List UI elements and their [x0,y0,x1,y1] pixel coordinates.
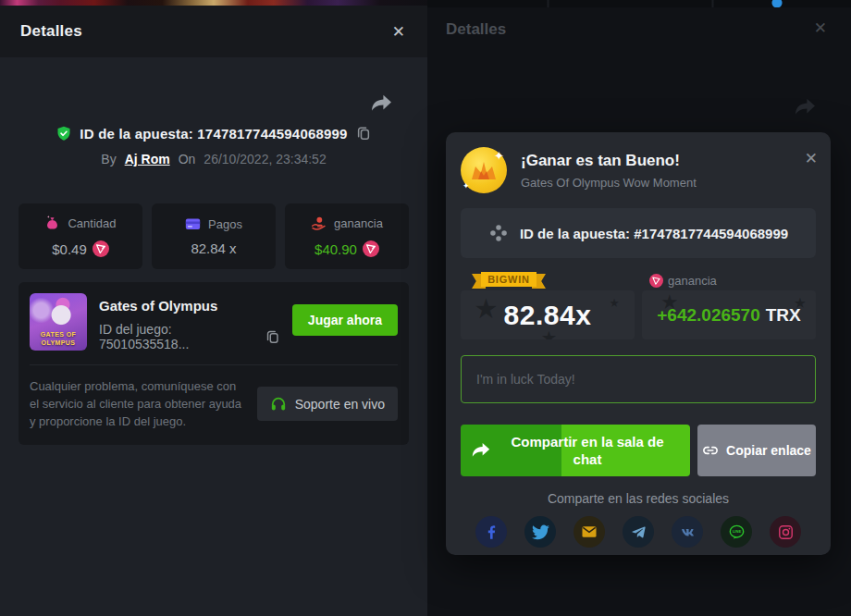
sparkle-icon: ✦ [494,149,504,163]
left-panel-header: Detalles ✕ [0,6,427,57]
stat-label: ganancia [334,216,383,230]
svg-text:LINE: LINE [732,529,740,534]
share-icon [472,442,490,459]
hand-coin-icon [311,216,327,231]
game-id-label: ID del juego: 75010535518... [99,322,260,351]
background-page-strip [427,0,851,7]
link-icon [702,442,719,459]
trx-coin-icon [92,240,109,257]
support-text: Cualquier problema, comuníquese con el s… [30,377,244,430]
stat-card-payout: Pagos 82.84 x [152,203,276,269]
stat-card-profit: ganancia $40.90 [285,203,409,269]
star-decoration: ★ [609,296,620,310]
headset-icon [270,396,287,412]
share-icon [795,98,816,117]
by-label: By [101,152,116,166]
share-to-chat-label: Compartir en la sala de chat [498,433,677,468]
multiplier-box: ★ ★ ★ 82.84x [461,290,635,339]
win-amount: +642.026570 [657,305,759,325]
bigwin-label: BIGWIN [481,272,536,287]
stat-value: $0.49 [52,241,87,257]
bet-details-panel: Detalles ✕ ID de la apuesta: 17478177445… [0,0,427,616]
instagram-icon[interactable] [770,516,801,548]
social-icons-row: LINE [461,516,816,548]
dice-dots-icon [488,223,509,243]
sparkle-icon: ✦ [462,181,470,191]
twitter-icon[interactable] [524,516,556,548]
game-thumbnail[interactable]: GATES OF OLYMPUS [30,293,87,351]
trx-coin-icon [363,240,379,257]
live-support-button[interactable]: Soporte en vivo [257,387,398,421]
stat-card-amount: Cantidad $0.49 [18,203,142,269]
bet-stats-row: Cantidad $0.49 [18,203,409,269]
win-currency: TRX [766,305,801,325]
left-panel-title: Detalles [20,22,82,41]
stat-label: Pagos [208,217,242,231]
on-label: On [179,152,196,166]
game-title: Gates of Olympus [99,298,280,314]
social-share-label: Comparte en las redes sociales [461,491,816,506]
vk-icon[interactable] [672,516,703,548]
modal-close-icon[interactable]: ✕ [805,151,818,166]
line-icon[interactable]: LINE [721,516,752,548]
bet-id-label: ID de la apuesta: 1747817744594068999 [80,126,347,142]
star-decoration: ★ [474,292,499,325]
copy-icon[interactable] [265,329,280,345]
gold-win-medal-icon: ✦ ✦ [461,147,507,193]
bet-id-row: ID de la apuesta: 1747817744594068999 [18,126,409,142]
modal-bet-id: ID de la apuesta: #1747817744594068999 [520,226,788,241]
left-panel-body: ID de la apuesta: 1747817744594068999 By… [0,57,427,445]
copy-icon[interactable] [356,126,371,142]
trx-coin-icon [649,274,663,288]
share-overlay-panel: Detalles ✕ ✦ ✦ ¡Ganar es tan Bueno! [427,0,851,616]
profit-box: ★ ★ +642.026570TRX [642,290,816,339]
dimmed-panel-title: Detalles [446,20,506,39]
share-icon[interactable] [371,94,392,113]
facebook-icon[interactable] [475,516,507,548]
modal-header: ✦ ✦ ¡Ganar es tan Bueno! Gates Of Olympu… [461,147,816,193]
profit-label: ganancia [668,274,717,288]
profit-column: ganancia ★ ★ +642.026570TRX [642,270,816,339]
moneybag-icon [44,216,60,231]
bet-byline: By Aj Rom On 26/10/2022, 23:34:52 [18,152,409,166]
game-card: GATES OF OLYMPUS Gates of Olympus ID del… [18,282,409,445]
bigwin-ribbon-badge: BIGWIN [472,272,546,289]
email-icon[interactable] [574,516,605,548]
copy-link-button[interactable]: Copiar enlace [697,425,816,476]
telegram-icon[interactable] [623,516,654,548]
bet-datetime: 26/10/2022, 23:34:52 [204,152,326,166]
username-link[interactable]: Aj Rom [125,152,170,166]
win-summary-row: BIGWIN ★ ★ ★ 82.84x [461,270,816,339]
modal-title: ¡Ganar es tan Bueno! [521,152,697,170]
modal-bet-id-row: ID de la apuesta: #1747817744594068999 [461,208,816,258]
play-now-button[interactable]: Jugar ahora [292,304,398,336]
close-icon[interactable]: ✕ [392,24,405,40]
stat-value: $40.90 [314,241,357,257]
game-thumbnail-caption: GATES OF OLYMPUS [30,330,87,347]
modal-buttons-row: Compartir en la sala de chat Copiar enla… [461,425,816,476]
dimmed-panel-header: Detalles ✕ [427,7,851,52]
verified-shield-icon [56,126,71,142]
multiplier-column: BIGWIN ★ ★ ★ 82.84x [461,270,635,339]
stat-value: 82.84 x [191,240,236,256]
copy-link-label: Copiar enlace [726,443,811,458]
share-to-chat-button[interactable]: Compartir en la sala de chat [461,425,690,476]
credit-card-icon [185,217,201,231]
share-win-modal: ✦ ✦ ¡Ganar es tan Bueno! Gates Of Olympu… [446,132,831,555]
win-multiplier: 82.84x [504,300,592,331]
stat-label: Cantidad [68,216,116,230]
share-message-input[interactable] [461,355,816,403]
close-icon[interactable]: ✕ [814,20,827,36]
live-support-label: Soporte en vivo [295,397,385,412]
modal-subtitle: Gates Of Olympus Wow Moment [521,176,697,190]
app-root: Detalles ✕ ID de la apuesta: 17478177445… [0,0,851,616]
